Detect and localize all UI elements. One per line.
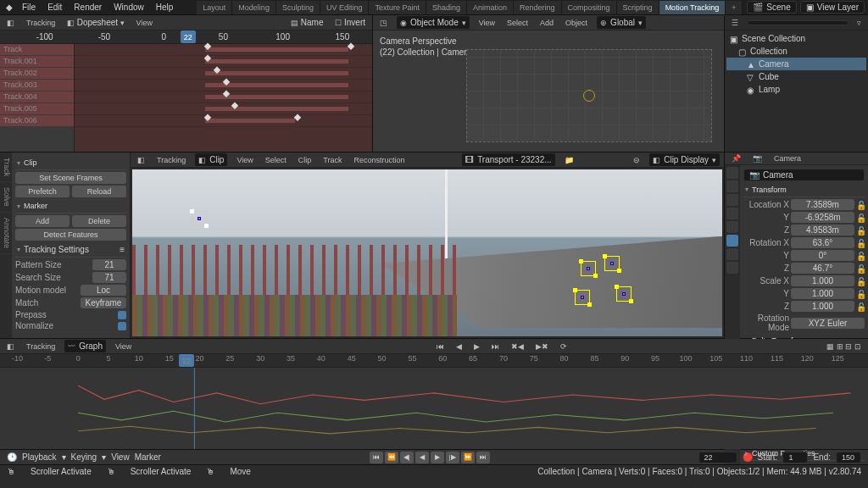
timeline-view[interactable]: View xyxy=(111,452,130,462)
ws-comp[interactable]: Compositing xyxy=(562,1,617,14)
ws-render[interactable]: Rendering xyxy=(514,1,562,14)
menu-render[interactable]: Render xyxy=(69,1,107,14)
outliner-icon[interactable]: ☰ xyxy=(728,17,742,29)
normalize-check[interactable] xyxy=(118,322,126,330)
track-name[interactable]: Track xyxy=(0,44,74,56)
clip-select[interactable]: Select xyxy=(262,154,290,166)
track-back[interactable]: ◀ xyxy=(453,341,465,352)
clip-track[interactable]: Track xyxy=(320,154,345,166)
menu-file[interactable]: File xyxy=(17,1,41,14)
track-marker[interactable] xyxy=(192,211,207,226)
tree-lamp[interactable]: ◉Lamp xyxy=(726,83,866,96)
clip-panel-h[interactable]: Clip xyxy=(15,156,126,170)
tab-constraint[interactable] xyxy=(726,248,738,260)
tab-solve[interactable]: Solve xyxy=(0,182,12,213)
graph-ruler[interactable]: -10-5 05 1015 2025 3035 4045 5055 6065 7… xyxy=(0,354,868,368)
jump-end[interactable]: ⏭ xyxy=(476,452,490,463)
loc-z[interactable]: 4.9583m xyxy=(791,225,854,236)
tracking-mode[interactable]: Tracking xyxy=(23,17,58,29)
tab-world[interactable] xyxy=(726,221,738,233)
menu-edit[interactable]: Edit xyxy=(42,1,67,14)
vp-add[interactable]: Add xyxy=(537,17,557,29)
tab-data[interactable] xyxy=(726,262,738,274)
marker-panel-h[interactable]: Marker xyxy=(15,199,126,214)
rot-x[interactable]: 63.6° xyxy=(791,237,854,248)
delete-marker[interactable]: Delete xyxy=(72,215,126,227)
tab-scene[interactable] xyxy=(726,208,738,219)
tree-collection[interactable]: ▢Collection xyxy=(726,45,866,58)
start-frame[interactable]: 1 xyxy=(782,452,808,463)
graph-view[interactable]: View xyxy=(112,341,135,352)
pin-icon[interactable]: 📌 xyxy=(728,152,744,164)
clip-view[interactable]: View xyxy=(233,154,256,166)
clip-filename[interactable]: 🎞Transport - 23232... xyxy=(461,152,555,167)
viewlayer-selector[interactable]: ▣View Layer xyxy=(800,1,865,14)
ws-sculpting[interactable]: Sculpting xyxy=(276,1,320,14)
preset-icon[interactable]: ≡ xyxy=(120,245,125,254)
rotation-mode[interactable]: XYZ Euler xyxy=(791,318,865,329)
track-name[interactable]: Track.004 xyxy=(0,92,74,103)
editor-type-icon[interactable]: ◧ xyxy=(134,154,148,166)
orientation[interactable]: ⊕ Global ▾ xyxy=(596,15,647,30)
motion-model[interactable]: Loc xyxy=(81,285,126,296)
timeline-marker[interactable]: Marker xyxy=(135,452,161,462)
graph-playhead[interactable]: 22 xyxy=(179,354,194,367)
ws-modeling[interactable]: Modeling xyxy=(232,1,276,14)
jump-start[interactable]: ⏮ xyxy=(370,452,383,463)
loc-x[interactable]: 7.3589m xyxy=(791,199,854,210)
play[interactable]: ▶ xyxy=(431,452,444,463)
refine[interactable]: ⟳ xyxy=(557,341,570,352)
ws-shading[interactable]: Shading xyxy=(426,1,467,14)
lock-icon[interactable]: 🔓 xyxy=(856,214,865,222)
playback-menu[interactable]: Playback xyxy=(22,452,57,462)
outliner-search[interactable] xyxy=(747,20,849,25)
folder-icon[interactable]: 📁 xyxy=(561,154,577,166)
tree-camera[interactable]: ▲Camera xyxy=(726,58,866,70)
dopesheet-ruler[interactable]: -100 -50 0 50 100 150 22 xyxy=(0,30,372,44)
lock-icon[interactable]: 🔓 xyxy=(856,252,865,260)
prefetch-button[interactable]: Prefetch xyxy=(15,186,70,197)
reload-button[interactable]: Reload xyxy=(72,186,126,197)
tab-annotate[interactable]: Annotate xyxy=(0,213,12,254)
tab-render[interactable] xyxy=(726,167,738,179)
ws-layout[interactable]: Layout xyxy=(197,1,232,14)
editor-type-icon[interactable]: ◧ xyxy=(3,17,18,29)
clip-canvas[interactable] xyxy=(132,169,722,336)
track-marker[interactable] xyxy=(604,256,620,271)
camera-gizmo[interactable] xyxy=(583,90,595,102)
track-name[interactable]: Track.005 xyxy=(0,103,74,115)
tree-cube[interactable]: ▽Cube xyxy=(726,70,866,83)
ws-anim[interactable]: Animation xyxy=(467,1,514,14)
ws-uv[interactable]: UV Editing xyxy=(320,1,370,14)
vp-view[interactable]: View xyxy=(476,17,498,29)
menu-window[interactable]: Window xyxy=(108,1,149,14)
clip-type[interactable]: ◧ Clip xyxy=(194,152,228,167)
3d-viewport[interactable]: ◳ ◉ Object Mode ▾ View Select Add Object… xyxy=(373,15,724,152)
loc-y[interactable]: -6.9258m xyxy=(791,212,854,223)
ws-add[interactable]: + xyxy=(726,1,743,14)
playhead[interactable]: 22 xyxy=(181,30,196,43)
tab-track[interactable]: Track xyxy=(0,152,12,182)
editor-type-icon[interactable]: ◳ xyxy=(376,17,391,29)
prepass-check[interactable] xyxy=(118,311,126,319)
track-rows[interactable] xyxy=(75,44,372,152)
search-size[interactable]: 71 xyxy=(92,272,126,283)
pattern-size[interactable]: 21 xyxy=(92,259,126,270)
autokey-icon[interactable]: 🔴 xyxy=(743,452,753,462)
graph-canvas[interactable] xyxy=(0,368,868,449)
graph-type[interactable]: 〰 Graph xyxy=(64,339,107,353)
lens-icon[interactable]: ⊖ xyxy=(630,154,643,166)
scl-x[interactable]: 1.000 xyxy=(791,275,854,286)
scl-y[interactable]: 1.000 xyxy=(791,288,854,299)
menu-help[interactable]: Help xyxy=(151,1,179,14)
lock-icon[interactable]: 🔓 xyxy=(856,239,865,247)
track-back-end[interactable]: ⏮ xyxy=(433,341,448,352)
tab-object[interactable] xyxy=(726,235,738,247)
current-frame[interactable]: 22 xyxy=(698,452,737,463)
track-marker[interactable] xyxy=(581,261,596,276)
ws-motiontracking[interactable]: Motion Tracking xyxy=(659,1,726,14)
detect-features[interactable]: Detect Features xyxy=(15,229,126,241)
lock-icon[interactable]: 🔓 xyxy=(856,290,865,298)
transform-h[interactable]: Transform xyxy=(743,183,865,197)
dopesheet-view[interactable]: View xyxy=(133,17,156,29)
